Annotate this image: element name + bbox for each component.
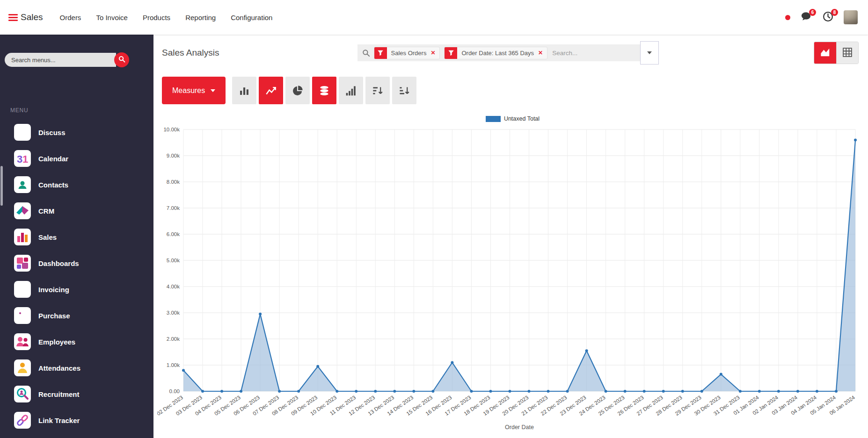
sidebar-item-contacts[interactable]: Contacts (0, 172, 153, 198)
sidebar-item-partial[interactable] (0, 433, 153, 438)
sidebar-item-recruitment[interactable]: Recruitment (0, 381, 153, 407)
svg-text:9.00k: 9.00k (167, 153, 180, 158)
sidebar-scrollbar[interactable] (0, 166, 3, 206)
invoicing-app-icon: $ (14, 281, 31, 298)
top-menu: OrdersTo InvoiceProductsReportingConfigu… (60, 14, 273, 22)
status-dot-icon (785, 15, 790, 20)
sort-ascending-button[interactable] (392, 77, 416, 104)
sidebar-item-label: Dashboards (38, 259, 79, 267)
search-bar[interactable]: Sales Orders✕Order Date: Last 365 Days✕ (357, 44, 640, 61)
main-content: Sales Analysis Sales Orders✕Order Date: … (153, 35, 868, 438)
menu-section-label: MENU (10, 107, 153, 114)
sidebar-item-label: Sales (38, 233, 57, 241)
user-avatar[interactable] (844, 10, 858, 24)
sales-app-icon (14, 229, 31, 245)
svg-text:3: 3 (17, 153, 22, 165)
legend-label: Untaxed Total (504, 115, 540, 122)
filter-facet-sales-orders: Sales Orders✕ (374, 47, 440, 59)
recruitment-app-icon (14, 386, 31, 402)
sidebar-item-purchase[interactable]: Purchase (0, 302, 153, 329)
facet-label: Sales Orders (387, 50, 431, 57)
sidebar-search-input[interactable] (5, 53, 116, 67)
chart-legend: Untaxed Total (157, 115, 868, 122)
sidebar-item-link-tracker[interactable]: Link Tracker (0, 407, 153, 433)
svg-text:10.00k: 10.00k (163, 127, 180, 132)
facet-label: Order Date: Last 365 Days (457, 50, 538, 57)
attendances-app-icon (14, 359, 31, 376)
app-name[interactable]: Sales (21, 12, 43, 22)
sidebar-item-label: Discuss (38, 129, 66, 136)
search-options-toggle[interactable] (640, 41, 659, 65)
pivot-view-button[interactable] (836, 42, 858, 64)
filter-funnel-icon (445, 47, 457, 59)
sidebar-item-crm[interactable]: CRM (0, 198, 153, 224)
bar-chart-button[interactable] (232, 77, 256, 104)
pie-chart-button[interactable] (285, 77, 310, 104)
pivot-view-icon (842, 47, 853, 59)
sidebar-item-attendances[interactable]: Attendances (0, 355, 153, 381)
top-navbar: Sales OrdersTo InvoiceProductsReportingC… (0, 0, 868, 35)
employees-app-icon (14, 333, 31, 350)
sidebar-item-label: Contacts (38, 181, 68, 189)
apps-menu-icon[interactable] (8, 14, 18, 21)
measures-button[interactable]: Measures (162, 77, 226, 104)
sort-descending-button[interactable] (365, 77, 390, 104)
top-menu-to-invoice[interactable]: To Invoice (96, 14, 128, 22)
svg-text:3.00k: 3.00k (167, 310, 180, 316)
stacked-button[interactable] (312, 77, 336, 104)
search-input[interactable] (547, 49, 637, 57)
chevron-down-icon (647, 51, 652, 54)
sidebar-item-employees[interactable]: Employees (0, 329, 153, 355)
measures-label: Measures (172, 86, 205, 95)
sidebar-item-label: Link Tracker (38, 416, 80, 424)
svg-text:5.00k: 5.00k (167, 258, 180, 263)
svg-text:1: 1 (22, 153, 28, 165)
graph-view-icon (820, 47, 831, 59)
svg-text:6.00k: 6.00k (167, 231, 180, 237)
top-menu-orders[interactable]: Orders (60, 14, 81, 22)
sidebar-item-invoicing[interactable]: $Invoicing (0, 276, 153, 302)
discuss-app-icon (14, 124, 31, 141)
line-chart-button[interactable] (259, 77, 283, 104)
link-tracker-app-icon (14, 412, 31, 429)
facet-remove-button[interactable]: ✕ (430, 50, 439, 56)
graph-view-button[interactable] (814, 42, 836, 64)
activities-button[interactable]: 8 (822, 11, 834, 24)
sidebar-item-dashboards[interactable]: Dashboards (0, 250, 153, 276)
sidebar: MENU Discuss31CalendarContactsCRMSalesDa… (0, 35, 153, 438)
legend-swatch (486, 116, 501, 122)
calendar-app-icon: 31 (14, 150, 31, 167)
crm-app-icon (14, 202, 31, 219)
svg-text:4.00k: 4.00k (167, 284, 180, 289)
sidebar-item-discuss[interactable]: Discuss (0, 119, 153, 145)
top-menu-configuration[interactable]: Configuration (231, 14, 272, 22)
purchase-app-icon (14, 307, 31, 324)
chevron-down-icon (211, 89, 215, 92)
svg-text:2.00k: 2.00k (167, 336, 180, 342)
sidebar-item-label: Recruitment (38, 390, 80, 398)
dashboards-app-icon (14, 255, 31, 272)
filter-facet-order-date-last-365-days: Order Date: Last 365 Days✕ (444, 47, 547, 59)
search-icon (118, 56, 125, 64)
top-menu-products[interactable]: Products (143, 14, 170, 22)
line-chart[interactable]: 0.001.00k2.00k3.00k4.00k5.00k6.00k7.00k8… (157, 123, 865, 434)
svg-text:1.00k: 1.00k (167, 362, 180, 368)
facet-remove-button[interactable]: ✕ (538, 50, 547, 56)
sidebar-search-button[interactable] (114, 52, 129, 67)
chart-area: Untaxed Total 0.001.00k2.00k3.00k4.00k5.… (153, 104, 868, 434)
activities-badge: 8 (831, 9, 838, 16)
svg-text:Order Date: Order Date (505, 424, 534, 431)
sidebar-item-calendar[interactable]: 31Calendar (0, 145, 153, 172)
cumulative-button[interactable] (339, 77, 363, 104)
view-switcher (814, 42, 859, 64)
sidebar-item-label: Employees (38, 338, 75, 346)
systray: 6 8 (785, 10, 858, 24)
svg-text:$: $ (20, 284, 25, 295)
sidebar-item-label: Purchase (38, 312, 70, 320)
top-menu-reporting[interactable]: Reporting (185, 14, 216, 22)
messages-button[interactable]: 6 (800, 11, 812, 24)
sidebar-item-sales[interactable]: Sales (0, 224, 153, 250)
sidebar-item-label: Calendar (38, 155, 68, 163)
messages-badge: 6 (809, 9, 816, 16)
sidebar-item-label: CRM (38, 207, 54, 215)
